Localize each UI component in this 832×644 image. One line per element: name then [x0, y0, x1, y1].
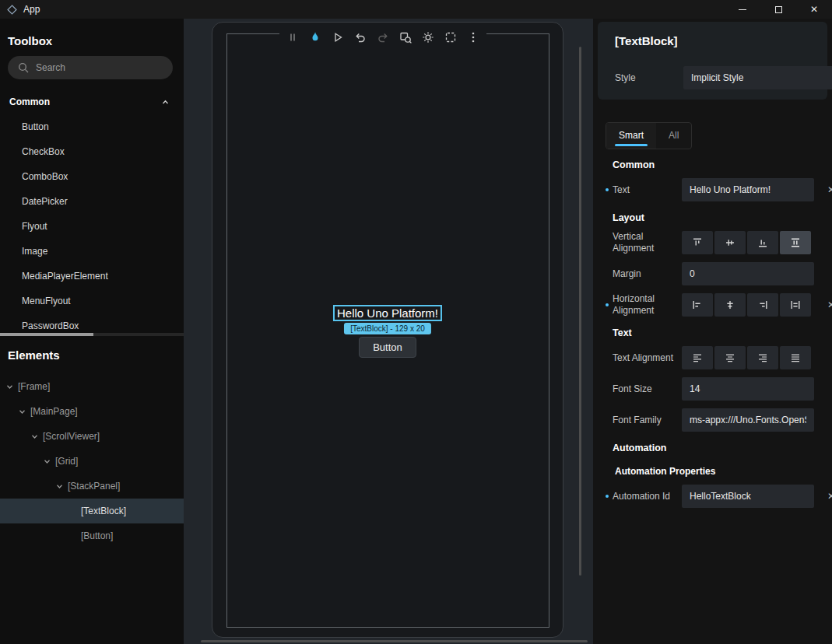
valign-center-button[interactable]: [714, 231, 746, 254]
valign-bottom-button[interactable]: [747, 231, 778, 254]
text-align-left-button[interactable]: [682, 346, 713, 369]
section-text: Text: [613, 327, 832, 338]
redo-icon[interactable]: [376, 30, 390, 44]
style-value-input[interactable]: [683, 66, 832, 89]
vertical-alignment-label: Vertical Alignment: [613, 231, 679, 254]
clipped-action-icon[interactable]: ✕: [827, 492, 832, 501]
tree-item-scrollviewer[interactable]: [ScrollViewer]: [0, 424, 184, 449]
section-automation: Automation: [613, 443, 832, 453]
elements-heading: Elements: [8, 348, 60, 362]
text-align-center-icon: [724, 352, 736, 364]
chevron-down-icon[interactable]: [6, 383, 13, 390]
text-align-right-icon: [757, 352, 769, 364]
modified-indicator: [606, 188, 609, 191]
tree-item-button[interactable]: [Button]: [0, 523, 184, 548]
tree-item-frame[interactable]: [Frame]: [0, 374, 184, 399]
section-common: Common: [613, 159, 832, 170]
tree-item-textblock-selected[interactable]: [TextBlock]: [0, 499, 184, 523]
valign-top-button[interactable]: [682, 231, 713, 254]
text-alignment-group: [682, 346, 814, 369]
tab-smart[interactable]: Smart: [606, 123, 656, 149]
vertical-alignment-group: [682, 231, 814, 254]
halign-stretch-icon: [789, 299, 802, 311]
chevron-down-icon[interactable]: [56, 483, 63, 490]
more-options-icon[interactable]: [466, 30, 480, 44]
show-outlines-icon[interactable]: [444, 30, 458, 44]
modified-indicator: [606, 495, 609, 498]
text-align-justify-icon: [789, 352, 802, 364]
properties-body: Common Text ✕ Layout Vertical Alignment: [593, 149, 832, 516]
halign-right-button[interactable]: [747, 293, 778, 317]
tree-item-label: [Button]: [81, 530, 113, 541]
clipped-action-icon[interactable]: ✕: [827, 185, 832, 194]
text-align-right-button[interactable]: [747, 346, 778, 369]
canvas-vertical-scrollbar[interactable]: [579, 47, 581, 576]
property-row-text-alignment: Text Alignment: [593, 346, 832, 369]
automation-id-input[interactable]: [682, 485, 814, 508]
window-controls: ✕: [725, 0, 832, 19]
valign-stretch-button[interactable]: [780, 231, 811, 254]
chevron-down-icon[interactable]: [19, 408, 26, 415]
canvas-horizontal-scrollbar[interactable]: [201, 640, 588, 642]
halign-center-button[interactable]: [714, 293, 746, 317]
toolbox-section-common[interactable]: Common: [0, 89, 184, 114]
drag-handle-icon[interactable]: [286, 30, 300, 44]
tree-item-stackpanel[interactable]: [StackPanel]: [0, 474, 184, 499]
modified-indicator: [606, 303, 609, 306]
toolbox-item-flyout[interactable]: Flyout: [0, 214, 184, 239]
margin-input[interactable]: [682, 262, 814, 285]
hot-reload-flame-icon[interactable]: [308, 30, 322, 44]
toolbox-item-datepicker[interactable]: DatePicker: [0, 189, 184, 214]
properties-tabs: Smart All: [606, 122, 692, 149]
font-size-input[interactable]: [682, 377, 814, 401]
text-align-left-icon: [691, 352, 704, 364]
search-icon: [18, 62, 29, 73]
valign-top-icon: [691, 236, 704, 249]
toolbox-item-image[interactable]: Image: [0, 239, 184, 264]
maximize-button[interactable]: [760, 0, 796, 19]
property-row-margin: Margin: [593, 262, 832, 285]
section-layout: Layout: [613, 212, 832, 223]
automation-id-label: Automation Id: [613, 491, 679, 502]
theme-toggle-sun-icon[interactable]: [421, 30, 435, 44]
toolbox-item-checkbox[interactable]: CheckBox: [0, 139, 184, 164]
valign-center-icon: [724, 236, 736, 249]
chevron-down-icon[interactable]: [31, 433, 38, 440]
toolbox-item-mediaplayerelement[interactable]: MediaPlayerElement: [0, 264, 184, 289]
text-align-justify-button[interactable]: [780, 346, 811, 369]
property-row-font-family: Font Family: [593, 408, 832, 432]
device-frame: Hello Uno Platform! [TextBlock] - 129 x …: [212, 22, 563, 638]
tree-item-label: [Grid]: [55, 456, 78, 467]
play-button-icon[interactable]: [331, 30, 345, 44]
text-value-input[interactable]: [682, 178, 814, 201]
toolbox-item-combobox[interactable]: ComboBox: [0, 164, 184, 189]
search-input[interactable]: [36, 62, 163, 73]
tree-item-grid[interactable]: [Grid]: [0, 449, 184, 474]
scrollbar-thumb[interactable]: [0, 333, 93, 336]
minimize-button[interactable]: [725, 0, 760, 19]
toolbox-horizontal-scrollbar[interactable]: [0, 333, 184, 336]
elements-tree: [Frame] [MainPage] [ScrollViewer] [Grid]…: [0, 374, 184, 548]
close-button[interactable]: ✕: [796, 0, 832, 19]
tab-all[interactable]: All: [656, 123, 691, 149]
maximize-icon: [775, 6, 782, 13]
undo-icon[interactable]: [353, 30, 367, 44]
font-family-input[interactable]: [682, 408, 814, 432]
toolbox-item-menuflyout[interactable]: MenuFlyout: [0, 289, 184, 313]
halign-center-icon: [724, 299, 736, 311]
inspect-element-icon[interactable]: [398, 30, 412, 44]
halign-stretch-button[interactable]: [780, 293, 811, 317]
clipped-action-icon[interactable]: ✕: [827, 300, 832, 310]
toolbox-heading: Toolbox: [8, 34, 52, 47]
canvas-button[interactable]: Button: [359, 337, 416, 358]
selected-textblock[interactable]: Hello Uno Platform!: [333, 305, 442, 321]
halign-left-button[interactable]: [682, 293, 713, 317]
chevron-down-icon[interactable]: [44, 458, 51, 465]
text-align-center-button[interactable]: [714, 346, 746, 369]
titlebar: App ✕: [0, 0, 832, 19]
horizontal-alignment-label: Horizontal Alignment: [613, 293, 679, 317]
toolbox-item-button[interactable]: Button: [0, 114, 184, 139]
tree-item-mainpage[interactable]: [MainPage]: [0, 399, 184, 424]
property-row-automation-id: Automation Id ✕: [593, 485, 832, 508]
property-row-font-size: Font Size: [593, 377, 832, 401]
